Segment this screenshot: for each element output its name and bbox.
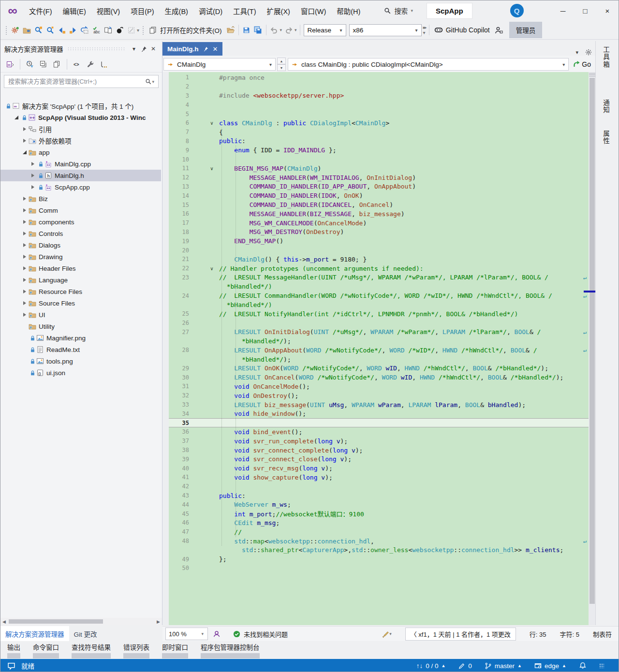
code-line-wrap[interactable]: *bHandled*/); xyxy=(169,355,589,364)
close-button[interactable]: × xyxy=(596,1,619,20)
tree-item-utility[interactable]: Utility xyxy=(0,321,161,332)
panel-tab-3[interactable]: 查找符号结果 xyxy=(72,642,111,652)
code-line-5[interactable]: 5 xyxy=(169,109,589,118)
code-line-14[interactable]: 14 COMMAND_ID_HANDLER(IDOK, OnOK) xyxy=(169,191,589,200)
tree-item-ui.json[interactable]: {)ui.json xyxy=(0,367,161,379)
code-line-10[interactable]: 10 xyxy=(169,155,589,164)
char-indicator[interactable]: 字符: 5 xyxy=(560,629,579,639)
spell-check-button[interactable]: abc xyxy=(90,24,102,36)
menu-item-10[interactable]: 帮助(H) xyxy=(331,3,366,18)
code-line-3[interactable]: 3#include <websocketpp/server.hpp> xyxy=(169,91,589,101)
code-line-41[interactable]: 41 void show_capture(long v); xyxy=(169,473,589,482)
code-line-25[interactable]: 25// LRESULT NotifyHandler(int /*idCtrl*… xyxy=(169,309,589,319)
menu-item-3[interactable]: 视图(V) xyxy=(91,3,125,18)
tree-item-scpapp.cpp[interactable]: ++ScpApp.cpp xyxy=(0,181,161,193)
expander-collapsed-icon[interactable] xyxy=(21,266,29,270)
tree-item-ui[interactable]: UI xyxy=(0,309,161,321)
toolbar-grip[interactable] xyxy=(142,25,145,35)
resize-grip[interactable] xyxy=(599,663,604,668)
bell-icon[interactable] xyxy=(579,662,587,670)
code-line-37[interactable]: 37 void svr_run_complete(long v); xyxy=(169,437,589,446)
expander-expanded-icon[interactable] xyxy=(21,150,29,154)
expander-expanded-icon[interactable] xyxy=(13,116,20,119)
scrollbar-thumb[interactable] xyxy=(590,78,595,604)
profiler-gear-button[interactable] xyxy=(9,24,21,36)
code-line-47[interactable]: 47 // xyxy=(169,527,589,537)
toolbar-overflow-icon[interactable]: ▸▸▾ xyxy=(423,25,426,35)
scrollbar-thumb[interactable] xyxy=(9,619,103,624)
tree-item-magnifier.png[interactable]: Magnifier.png xyxy=(0,332,161,344)
zoom-dropdown[interactable]: 100 % ▾ xyxy=(165,628,208,640)
fold-chevron-icon[interactable]: ∨ xyxy=(208,266,215,271)
close-icon[interactable]: ✕ xyxy=(213,45,218,53)
save-all-button[interactable] xyxy=(252,24,264,36)
tab-maindlg-h[interactable]: MainDlg.h ✕ xyxy=(162,42,222,56)
nav-spinner[interactable]: ▲▼ xyxy=(277,58,286,71)
menu-item-8[interactable]: 扩展(X) xyxy=(262,3,295,18)
panel-tab-5[interactable]: 即时窗口 xyxy=(162,642,188,652)
feedback-bubble-icon[interactable] xyxy=(7,662,15,670)
code-line-2[interactable]: 2 xyxy=(169,82,589,91)
user-avatar[interactable]: Q xyxy=(510,4,524,17)
tree-item-controls[interactable]: Controls xyxy=(0,228,161,239)
code-line-33[interactable]: 33 LRESULT biz_message(UINT uMsg, WPARAM… xyxy=(169,400,589,409)
spin-up-icon[interactable]: ▲ xyxy=(277,58,286,64)
tree-item--[interactable]: 外部依赖项 xyxy=(0,135,161,146)
menu-item-9[interactable]: 窗口(W) xyxy=(295,3,331,18)
tree-item-maindlg.cpp[interactable]: ++MainDlg.cpp xyxy=(0,158,161,170)
navigate-back-button[interactable] xyxy=(56,24,67,36)
panel-tab-6[interactable]: 程序包管理器控制台 xyxy=(201,642,260,652)
toolbar-grip[interactable] xyxy=(5,25,8,35)
fold-chevron-icon[interactable]: ∨ xyxy=(208,166,215,171)
expander-collapsed-icon[interactable] xyxy=(21,301,29,305)
code-line-9[interactable]: 9 enum { IDD = IDD_MAINDLG }; xyxy=(169,146,589,155)
undo-dropdown-icon[interactable]: ▾ xyxy=(280,28,282,32)
expander-collapsed-icon[interactable] xyxy=(21,127,29,131)
chevron-down-icon[interactable]: ▾ xyxy=(575,49,578,56)
tab-mode-indicator[interactable]: 制表符 xyxy=(593,629,612,639)
expander-collapsed-icon[interactable] xyxy=(21,313,29,317)
code-line-32[interactable]: 32 void OnDestroy(); xyxy=(169,391,589,400)
code-line-12[interactable]: 12 MESSAGE_HANDLER(WM_INITDIALOG, OnInit… xyxy=(169,173,589,182)
side-tab-2[interactable]: 通知 xyxy=(601,99,610,114)
code-line-49[interactable]: 49}; xyxy=(169,555,589,564)
navigate-forward-button[interactable] xyxy=(67,24,79,36)
undo-button[interactable] xyxy=(268,24,280,36)
search-button[interactable]: 搜索 ▾ xyxy=(384,6,414,15)
open-folder-button[interactable] xyxy=(225,24,236,36)
tree-item-source-files[interactable]: Source Files xyxy=(0,297,161,309)
repo-selector[interactable]: edge ▲ xyxy=(534,662,566,670)
panel-tab-2[interactable]: 命令窗口 xyxy=(33,642,59,652)
code-line-28[interactable]: 28 LRESULT OnAppAbout(WORD /*wNotifyCode… xyxy=(169,346,589,355)
pin-icon[interactable] xyxy=(203,46,208,52)
code-line-19[interactable]: 19 END_MSG_MAP() xyxy=(169,236,589,246)
code-line-13[interactable]: 13 COMMAND_ID_HANDLER(ID_APP_ABOUT, OnAp… xyxy=(169,182,589,191)
expander-collapsed-icon[interactable] xyxy=(21,278,29,282)
tree-item-app[interactable]: app xyxy=(0,146,161,158)
code-line-8[interactable]: 8public: xyxy=(169,137,589,146)
breakpoint-button[interactable] xyxy=(114,24,125,36)
pin-icon[interactable] xyxy=(139,44,148,54)
code-cleanup-brush-icon[interactable] xyxy=(382,630,389,638)
chevron-down-icon[interactable]: ▾ xyxy=(129,44,139,54)
side-tab-1[interactable]: 工具箱 xyxy=(601,46,610,69)
code-line-18[interactable]: 18 MSG_WM_DESTROY(OnDestroy) xyxy=(169,228,589,237)
code-line-40[interactable]: 40 void svr_recv_msg(long v); xyxy=(169,464,589,473)
menu-item-4[interactable]: 项目(P) xyxy=(125,3,159,18)
code-line-21[interactable]: 21 CMainDlg() { this->m_port = 9180; } xyxy=(169,255,589,264)
open-containing-folder-button[interactable]: 打开所在的文件夹(O) xyxy=(146,24,225,36)
side-tab-3[interactable]: 属性 xyxy=(601,130,610,145)
fold-chevron-icon[interactable]: ∨ xyxy=(208,120,215,126)
github-copilot-button[interactable]: GitHub Copilot xyxy=(431,25,493,35)
tree-item-drawing[interactable]: Drawing xyxy=(0,251,161,263)
code-line-44[interactable]: 44 WebServer m_ws; xyxy=(169,500,589,509)
code-line-1[interactable]: 1#pragma once xyxy=(169,73,589,82)
menu-item-5[interactable]: 生成(B) xyxy=(160,3,193,18)
code-line-35[interactable]: 35 xyxy=(169,418,589,427)
expander-collapsed-icon[interactable] xyxy=(29,185,37,189)
code-line-4[interactable]: 4 xyxy=(169,100,589,109)
code-line-43[interactable]: 43public: xyxy=(169,491,589,500)
code-line-36[interactable]: 36 void bind_event(); xyxy=(169,427,589,437)
code-line-24[interactable]: 24// LRESULT CommandHandler(WORD /*wNoti… xyxy=(169,291,589,300)
expander-collapsed-icon[interactable] xyxy=(21,208,29,212)
